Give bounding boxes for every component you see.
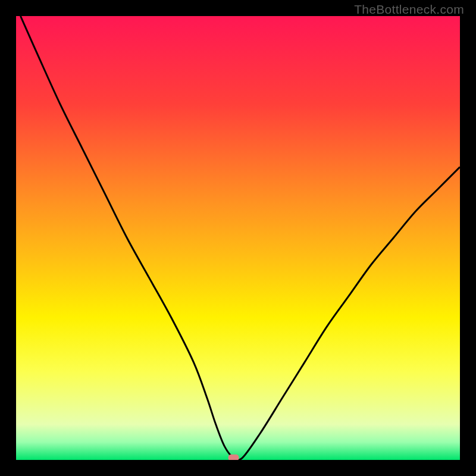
watermark-text: TheBottleneck.com	[354, 2, 464, 17]
bottleneck-chart	[16, 16, 460, 460]
chart-frame: TheBottleneck.com	[0, 0, 476, 476]
plot-area	[16, 16, 460, 460]
optimal-point-marker	[228, 455, 239, 460]
